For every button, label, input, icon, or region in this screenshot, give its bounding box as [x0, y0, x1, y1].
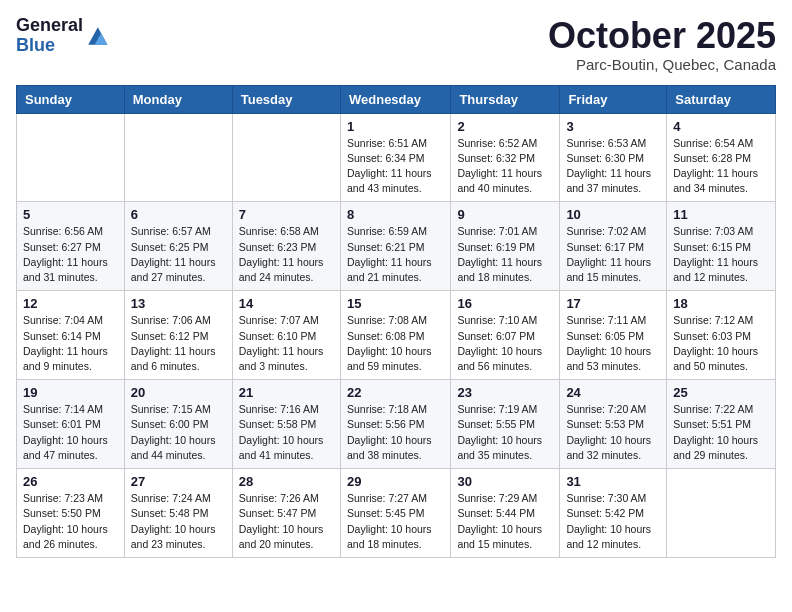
day-number: 26 — [23, 474, 118, 489]
calendar-cell: 25Sunrise: 7:22 AMSunset: 5:51 PMDayligh… — [667, 380, 776, 469]
page-header: General Blue October 2025 Parc-Boutin, Q… — [16, 16, 776, 73]
calendar-cell: 26Sunrise: 7:23 AMSunset: 5:50 PMDayligh… — [17, 469, 125, 558]
calendar-week-2: 5Sunrise: 6:56 AMSunset: 6:27 PMDaylight… — [17, 202, 776, 291]
day-number: 13 — [131, 296, 226, 311]
day-number: 5 — [23, 207, 118, 222]
weekday-header-friday: Friday — [560, 85, 667, 113]
weekday-header-sunday: Sunday — [17, 85, 125, 113]
weekday-header-row: SundayMondayTuesdayWednesdayThursdayFrid… — [17, 85, 776, 113]
day-info: Sunrise: 7:20 AMSunset: 5:53 PMDaylight:… — [566, 402, 660, 463]
day-info: Sunrise: 7:07 AMSunset: 6:10 PMDaylight:… — [239, 313, 334, 374]
calendar-cell: 24Sunrise: 7:20 AMSunset: 5:53 PMDayligh… — [560, 380, 667, 469]
calendar-cell — [667, 469, 776, 558]
logo-blue: Blue — [16, 36, 83, 56]
calendar-cell: 19Sunrise: 7:14 AMSunset: 6:01 PMDayligh… — [17, 380, 125, 469]
day-info: Sunrise: 7:29 AMSunset: 5:44 PMDaylight:… — [457, 491, 553, 552]
day-number: 27 — [131, 474, 226, 489]
day-number: 20 — [131, 385, 226, 400]
day-number: 12 — [23, 296, 118, 311]
calendar-cell: 21Sunrise: 7:16 AMSunset: 5:58 PMDayligh… — [232, 380, 340, 469]
day-number: 30 — [457, 474, 553, 489]
day-number: 22 — [347, 385, 444, 400]
calendar-cell: 29Sunrise: 7:27 AMSunset: 5:45 PMDayligh… — [340, 469, 450, 558]
calendar-cell: 2Sunrise: 6:52 AMSunset: 6:32 PMDaylight… — [451, 113, 560, 202]
calendar-cell — [124, 113, 232, 202]
day-number: 2 — [457, 119, 553, 134]
calendar-cell: 9Sunrise: 7:01 AMSunset: 6:19 PMDaylight… — [451, 202, 560, 291]
calendar-cell: 3Sunrise: 6:53 AMSunset: 6:30 PMDaylight… — [560, 113, 667, 202]
day-number: 29 — [347, 474, 444, 489]
day-number: 28 — [239, 474, 334, 489]
calendar-cell: 28Sunrise: 7:26 AMSunset: 5:47 PMDayligh… — [232, 469, 340, 558]
calendar-week-3: 12Sunrise: 7:04 AMSunset: 6:14 PMDayligh… — [17, 291, 776, 380]
calendar-cell: 18Sunrise: 7:12 AMSunset: 6:03 PMDayligh… — [667, 291, 776, 380]
logo-icon — [85, 24, 109, 48]
day-number: 4 — [673, 119, 769, 134]
day-info: Sunrise: 7:16 AMSunset: 5:58 PMDaylight:… — [239, 402, 334, 463]
day-number: 24 — [566, 385, 660, 400]
day-info: Sunrise: 7:01 AMSunset: 6:19 PMDaylight:… — [457, 224, 553, 285]
day-number: 21 — [239, 385, 334, 400]
day-number: 11 — [673, 207, 769, 222]
calendar-cell: 12Sunrise: 7:04 AMSunset: 6:14 PMDayligh… — [17, 291, 125, 380]
calendar-cell: 27Sunrise: 7:24 AMSunset: 5:48 PMDayligh… — [124, 469, 232, 558]
day-info: Sunrise: 6:54 AMSunset: 6:28 PMDaylight:… — [673, 136, 769, 197]
day-info: Sunrise: 6:59 AMSunset: 6:21 PMDaylight:… — [347, 224, 444, 285]
day-info: Sunrise: 6:56 AMSunset: 6:27 PMDaylight:… — [23, 224, 118, 285]
weekday-header-tuesday: Tuesday — [232, 85, 340, 113]
day-info: Sunrise: 7:22 AMSunset: 5:51 PMDaylight:… — [673, 402, 769, 463]
day-number: 18 — [673, 296, 769, 311]
calendar-cell: 14Sunrise: 7:07 AMSunset: 6:10 PMDayligh… — [232, 291, 340, 380]
calendar-cell: 17Sunrise: 7:11 AMSunset: 6:05 PMDayligh… — [560, 291, 667, 380]
weekday-header-saturday: Saturday — [667, 85, 776, 113]
day-number: 19 — [23, 385, 118, 400]
day-number: 3 — [566, 119, 660, 134]
logo: General Blue — [16, 16, 109, 56]
day-number: 14 — [239, 296, 334, 311]
logo-general: General — [16, 16, 83, 36]
calendar-week-5: 26Sunrise: 7:23 AMSunset: 5:50 PMDayligh… — [17, 469, 776, 558]
calendar-cell: 23Sunrise: 7:19 AMSunset: 5:55 PMDayligh… — [451, 380, 560, 469]
day-number: 8 — [347, 207, 444, 222]
calendar-cell: 6Sunrise: 6:57 AMSunset: 6:25 PMDaylight… — [124, 202, 232, 291]
day-info: Sunrise: 7:27 AMSunset: 5:45 PMDaylight:… — [347, 491, 444, 552]
calendar-cell: 4Sunrise: 6:54 AMSunset: 6:28 PMDaylight… — [667, 113, 776, 202]
day-info: Sunrise: 7:19 AMSunset: 5:55 PMDaylight:… — [457, 402, 553, 463]
day-info: Sunrise: 7:26 AMSunset: 5:47 PMDaylight:… — [239, 491, 334, 552]
day-number: 10 — [566, 207, 660, 222]
day-info: Sunrise: 7:24 AMSunset: 5:48 PMDaylight:… — [131, 491, 226, 552]
day-info: Sunrise: 6:51 AMSunset: 6:34 PMDaylight:… — [347, 136, 444, 197]
day-info: Sunrise: 7:23 AMSunset: 5:50 PMDaylight:… — [23, 491, 118, 552]
day-number: 16 — [457, 296, 553, 311]
calendar-cell: 11Sunrise: 7:03 AMSunset: 6:15 PMDayligh… — [667, 202, 776, 291]
day-info: Sunrise: 7:12 AMSunset: 6:03 PMDaylight:… — [673, 313, 769, 374]
day-info: Sunrise: 7:11 AMSunset: 6:05 PMDaylight:… — [566, 313, 660, 374]
calendar-cell: 31Sunrise: 7:30 AMSunset: 5:42 PMDayligh… — [560, 469, 667, 558]
day-info: Sunrise: 6:52 AMSunset: 6:32 PMDaylight:… — [457, 136, 553, 197]
calendar-week-1: 1Sunrise: 6:51 AMSunset: 6:34 PMDaylight… — [17, 113, 776, 202]
calendar-cell: 13Sunrise: 7:06 AMSunset: 6:12 PMDayligh… — [124, 291, 232, 380]
day-info: Sunrise: 7:15 AMSunset: 6:00 PMDaylight:… — [131, 402, 226, 463]
day-info: Sunrise: 7:30 AMSunset: 5:42 PMDaylight:… — [566, 491, 660, 552]
calendar-cell: 20Sunrise: 7:15 AMSunset: 6:00 PMDayligh… — [124, 380, 232, 469]
day-info: Sunrise: 7:10 AMSunset: 6:07 PMDaylight:… — [457, 313, 553, 374]
month-title: October 2025 — [548, 16, 776, 56]
calendar-cell: 15Sunrise: 7:08 AMSunset: 6:08 PMDayligh… — [340, 291, 450, 380]
title-block: October 2025 Parc-Boutin, Quebec, Canada — [548, 16, 776, 73]
day-info: Sunrise: 7:06 AMSunset: 6:12 PMDaylight:… — [131, 313, 226, 374]
calendar-cell: 7Sunrise: 6:58 AMSunset: 6:23 PMDaylight… — [232, 202, 340, 291]
calendar-cell: 22Sunrise: 7:18 AMSunset: 5:56 PMDayligh… — [340, 380, 450, 469]
day-info: Sunrise: 7:03 AMSunset: 6:15 PMDaylight:… — [673, 224, 769, 285]
calendar-cell — [17, 113, 125, 202]
calendar-cell: 5Sunrise: 6:56 AMSunset: 6:27 PMDaylight… — [17, 202, 125, 291]
calendar-cell: 10Sunrise: 7:02 AMSunset: 6:17 PMDayligh… — [560, 202, 667, 291]
calendar-cell: 8Sunrise: 6:59 AMSunset: 6:21 PMDaylight… — [340, 202, 450, 291]
day-info: Sunrise: 6:53 AMSunset: 6:30 PMDaylight:… — [566, 136, 660, 197]
calendar-table: SundayMondayTuesdayWednesdayThursdayFrid… — [16, 85, 776, 558]
day-number: 31 — [566, 474, 660, 489]
calendar-cell: 1Sunrise: 6:51 AMSunset: 6:34 PMDaylight… — [340, 113, 450, 202]
day-number: 25 — [673, 385, 769, 400]
calendar-week-4: 19Sunrise: 7:14 AMSunset: 6:01 PMDayligh… — [17, 380, 776, 469]
location: Parc-Boutin, Quebec, Canada — [548, 56, 776, 73]
weekday-header-wednesday: Wednesday — [340, 85, 450, 113]
